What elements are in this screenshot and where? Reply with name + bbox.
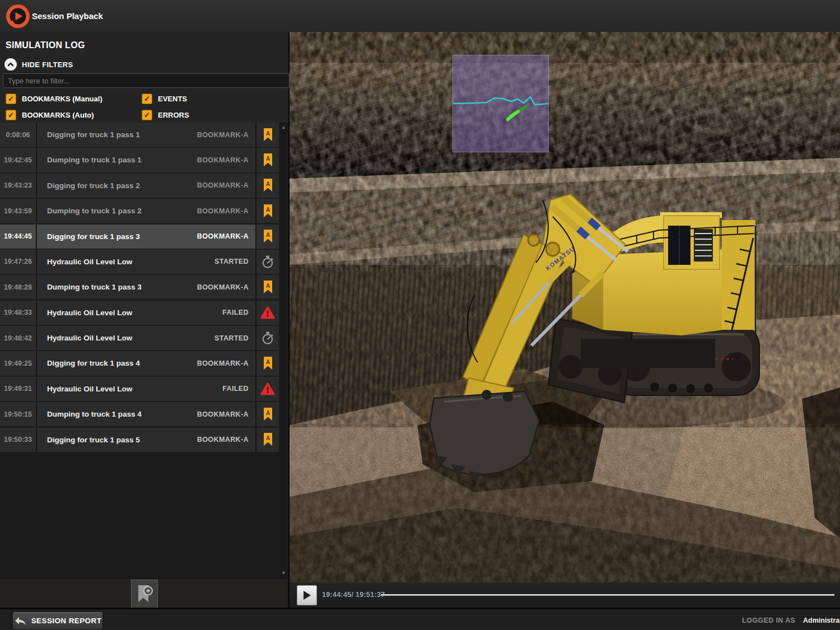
log-row[interactable]: 19:49:25 Digging for truck 1 pass 4 BOOK… (0, 351, 279, 375)
log-row-status: BOOKMARK-A (197, 123, 255, 147)
playback-time: 19:44:45/ 19:51:37 (322, 582, 385, 608)
hide-filters-toggle[interactable]: HIDE FILTERS (4, 58, 73, 71)
chevron-up-icon (4, 58, 17, 71)
log-row[interactable]: 19:48:28 Dumping to truck 1 pass 3 BOOKM… (0, 275, 279, 299)
checkbox-checked-icon: ✓ (142, 110, 152, 120)
log-row-label: Hydraulic Oil Level Low (37, 377, 222, 401)
log-row-status: BOOKMARK-A (197, 275, 255, 299)
log-row-label: Digging for truck 1 pass 3 (37, 225, 197, 249)
hide-filters-label: HIDE FILTERS (22, 60, 73, 69)
simulation-3d-viewport[interactable]: KOMATSU (290, 32, 840, 582)
log-row[interactable]: 19:44:45 Digging for truck 1 pass 3 BOOK… (0, 225, 279, 249)
play-button[interactable] (297, 585, 317, 605)
log-row-time: 19:47:26 (0, 250, 36, 274)
log-row-status: BOOKMARK-A (197, 428, 255, 452)
log-row[interactable]: 19:50:33 Digging for truck 1 pass 5 BOOK… (0, 428, 279, 452)
bookmark-icon: A (263, 204, 273, 218)
scroll-down-icon[interactable]: ▼ (280, 570, 287, 576)
simulation-log-list: 0:08:06 Digging for truck 1 pass 1 BOOKM… (0, 123, 279, 453)
log-row-time: 19:48:33 (0, 301, 36, 325)
log-row-time: 19:44:45 (0, 225, 36, 249)
log-scrollbar[interactable]: ▲ ▼ (280, 123, 287, 577)
svg-text:A: A (265, 232, 269, 238)
svg-text:A: A (265, 409, 269, 416)
bookmark-icon: A (263, 408, 273, 421)
log-row[interactable]: 19:49:31 Hydraulic Oil Level Low FAILED (0, 377, 279, 401)
seek-slider[interactable] (381, 594, 834, 596)
log-row-time: 19:50:15 (0, 402, 36, 426)
log-row-label: Dumping to truck 1 pass 3 (37, 275, 197, 299)
log-row-status: BOOKMARK-A (197, 174, 255, 198)
session-report-button[interactable]: SESSION REPORT (12, 612, 103, 630)
log-row-status: FAILED (222, 377, 255, 401)
bookmark-icon: A (263, 179, 273, 192)
bookmark-icon: A (263, 230, 273, 243)
log-row[interactable]: 19:42:45 Dumping to truck 1 pass 1 BOOKM… (0, 148, 279, 172)
log-row-time: 19:42:45 (0, 148, 36, 172)
svg-text:A: A (265, 130, 269, 136)
log-row-status: BOOKMARK-A (197, 148, 255, 172)
log-row-status: STARTED (214, 326, 255, 350)
checkbox-label: BOOKMARKS (Auto) (22, 111, 94, 119)
log-row-label: Dumping to truck 1 pass 1 (37, 148, 197, 172)
log-row-label: Hydraulic Oil Level Low (37, 250, 214, 274)
log-row[interactable]: 19:43:23 Digging for truck 1 pass 2 BOOK… (0, 174, 279, 198)
filter-checkbox-bookmarks-manual[interactable]: ✓ BOOKMARKS (Manual) (6, 91, 142, 106)
log-row-time: 19:49:31 (0, 377, 36, 401)
session-report-label: SESSION REPORT (31, 617, 102, 625)
log-row-status: BOOKMARK-A (197, 402, 255, 426)
checkbox-checked-icon: ✓ (6, 94, 16, 104)
panel-title: SIMULATION LOG (6, 40, 85, 50)
log-row[interactable]: 19:50:15 Dumping to truck 1 pass 4 BOOKM… (0, 402, 279, 426)
session-playback-logo-icon (6, 4, 30, 29)
add-bookmark-button[interactable] (131, 580, 158, 608)
bookmark-icon: A (263, 128, 273, 142)
stopwatch-icon (261, 331, 275, 345)
error-icon (260, 382, 275, 395)
log-row[interactable]: 19:48:42 Hydraulic Oil Level Low STARTED (0, 326, 279, 350)
filter-checkbox-bookmarks-auto[interactable]: ✓ BOOKMARKS (Auto) (6, 108, 142, 122)
log-row-status: BOOKMARK-A (197, 199, 255, 223)
log-row-status: BOOKMARK-A (197, 351, 255, 375)
scroll-up-icon[interactable]: ▲ (280, 124, 287, 130)
bookmark-icon: A (263, 281, 273, 294)
log-row[interactable]: 0:08:06 Digging for truck 1 pass 1 BOOKM… (0, 123, 279, 147)
log-row[interactable]: 19:48:33 Hydraulic Oil Level Low FAILED (0, 301, 279, 325)
bottom-bar: SESSION REPORT LOGGED IN AS Administrato… (0, 608, 840, 630)
bookmark-icon: A (263, 153, 273, 167)
log-row[interactable]: 19:43:59 Dumping to truck 1 pass 2 BOOKM… (0, 199, 279, 223)
log-row-time: 19:49:25 (0, 351, 36, 375)
quarry-scene (290, 32, 840, 582)
filter-input[interactable] (3, 73, 290, 88)
bookmark-icon: A (263, 357, 273, 370)
stopwatch-icon (261, 255, 275, 269)
svg-text:A: A (265, 181, 269, 187)
log-row-time: 19:48:28 (0, 275, 36, 299)
svg-text:A: A (265, 282, 269, 288)
log-row-time: 19:48:42 (0, 326, 36, 350)
error-icon (260, 306, 275, 319)
play-icon (302, 590, 311, 600)
minimap[interactable] (452, 55, 549, 152)
log-row-label: Digging for truck 1 pass 4 (37, 351, 197, 375)
log-row-label: Digging for truck 1 pass 1 (37, 123, 197, 147)
log-row-label: Dumping to truck 1 pass 4 (37, 402, 197, 426)
svg-text:A: A (265, 435, 269, 441)
filter-checkbox-errors[interactable]: ✓ ERRORS (142, 108, 189, 122)
time-separator: / (351, 591, 353, 599)
bookmark-plus-icon (136, 584, 153, 604)
bookmark-icon: A (263, 433, 273, 446)
filters-panel: SIMULATION LOG HIDE FILTERS ✓ BOOKMARKS … (0, 32, 288, 123)
svg-text:A: A (265, 358, 269, 365)
log-row-label: Dumping to truck 1 pass 2 (37, 199, 197, 223)
log-row-label: Digging for truck 1 pass 5 (37, 428, 197, 452)
checkbox-checked-icon: ✓ (142, 94, 152, 104)
filter-checkbox-events[interactable]: ✓ EVENTS (142, 91, 187, 106)
log-row-label: Hydraulic Oil Level Low (37, 326, 214, 350)
log-row-status: STARTED (214, 250, 255, 274)
log-row-time: 19:43:23 (0, 174, 36, 198)
log-row[interactable]: 19:47:26 Hydraulic Oil Level Low STARTED (0, 250, 279, 274)
username: Administrator (803, 609, 840, 630)
log-row-status: BOOKMARK-A (197, 225, 255, 249)
app-title: Session Playback (32, 0, 103, 32)
